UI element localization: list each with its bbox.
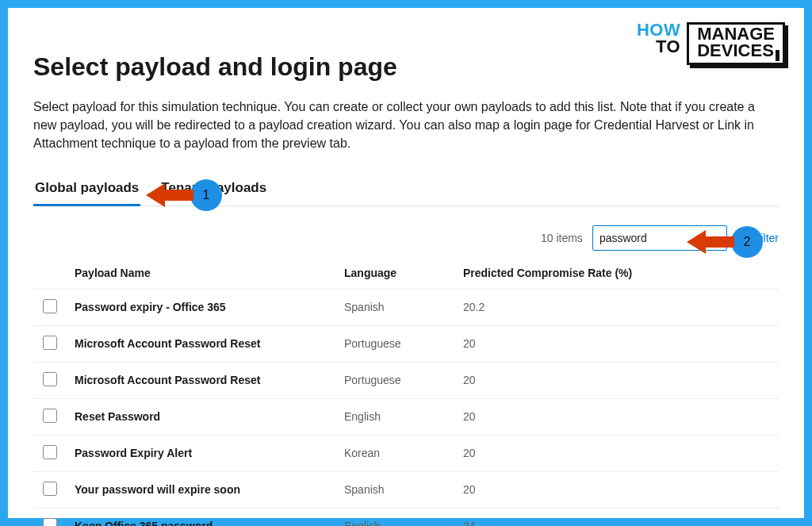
header-rate[interactable]: Predicted Compromise Rate (%) <box>457 257 779 290</box>
cell-name[interactable]: Your password will expire soon <box>68 471 338 508</box>
tab-tenant-payloads[interactable]: Tenant payloads <box>159 171 268 205</box>
cell-name[interactable]: Password Expiry Alert <box>68 435 338 471</box>
table-row[interactable]: Password Expiry Alert Korean 20 <box>33 435 779 471</box>
cell-language: English <box>338 398 457 435</box>
filter-button[interactable]: Filter <box>737 232 779 244</box>
row-checkbox[interactable] <box>43 299 57 313</box>
logo-to: TO <box>637 39 680 56</box>
row-checkbox[interactable] <box>43 336 57 350</box>
brand-logo: HOW TO MANAGE DEVICES <box>637 22 785 65</box>
cell-rate: 34 <box>457 508 779 526</box>
cell-name[interactable]: Reset Password <box>68 398 338 435</box>
cell-language: English <box>338 508 457 526</box>
table-row[interactable]: Microsoft Account Password Reset Portugu… <box>33 325 779 362</box>
cell-language: Spanish <box>338 471 457 508</box>
cell-rate: 20 <box>457 398 779 435</box>
header-name[interactable]: Payload Name <box>68 257 338 290</box>
cell-language: Korean <box>338 435 457 471</box>
item-count: 10 items <box>541 232 583 244</box>
search-box[interactable] <box>592 225 727 251</box>
page-description: Select payload for this simulation techn… <box>33 98 779 153</box>
table-row[interactable]: Password expiry - Office 365 Spanish 20.… <box>33 289 779 325</box>
cell-rate: 20 <box>457 471 779 508</box>
cell-rate: 20 <box>457 435 779 471</box>
tab-global-payloads[interactable]: Global payloads <box>33 171 140 205</box>
header-language[interactable]: Language <box>338 257 457 290</box>
logo-box: MANAGE DEVICES <box>687 22 785 65</box>
table-row[interactable]: Reset Password English 20 <box>33 398 779 435</box>
cell-rate: 20 <box>457 325 779 362</box>
cell-language: Portuguese <box>338 325 457 362</box>
app-frame: HOW TO MANAGE DEVICES Select payload and… <box>0 0 812 526</box>
logo-howto: HOW TO <box>637 22 680 56</box>
filter-label: Filter <box>754 232 779 244</box>
cell-name[interactable]: Password expiry - Office 365 <box>68 289 338 325</box>
row-checkbox[interactable] <box>43 409 57 423</box>
cell-name[interactable]: Keep Office 365 password <box>68 508 338 526</box>
row-checkbox[interactable] <box>43 482 57 496</box>
logo-devices: DEVICES <box>697 43 775 60</box>
cell-language: Portuguese <box>338 362 457 398</box>
cell-rate: 20 <box>457 362 779 398</box>
table-row[interactable]: Keep Office 365 password English 34 <box>33 508 779 526</box>
table-toolbar: 10 items Filter <box>33 217 779 257</box>
filter-icon <box>737 232 749 244</box>
table-row[interactable]: Microsoft Account Password Reset Portugu… <box>33 362 779 398</box>
cell-rate: 20.2 <box>457 289 779 325</box>
cell-name[interactable]: Microsoft Account Password Reset <box>68 325 338 362</box>
row-checkbox[interactable] <box>43 518 57 526</box>
table-row[interactable]: Your password will expire soon Spanish 2… <box>33 471 779 508</box>
header-checkbox <box>33 257 68 290</box>
search-input[interactable] <box>599 232 720 244</box>
row-checkbox[interactable] <box>43 445 57 459</box>
payload-table: Payload Name Language Predicted Compromi… <box>33 257 779 526</box>
row-checkbox[interactable] <box>43 372 57 386</box>
cell-language: Spanish <box>338 289 457 325</box>
cell-name[interactable]: Microsoft Account Password Reset <box>68 362 338 398</box>
payload-tabs: Global payloads Tenant payloads <box>33 171 779 206</box>
